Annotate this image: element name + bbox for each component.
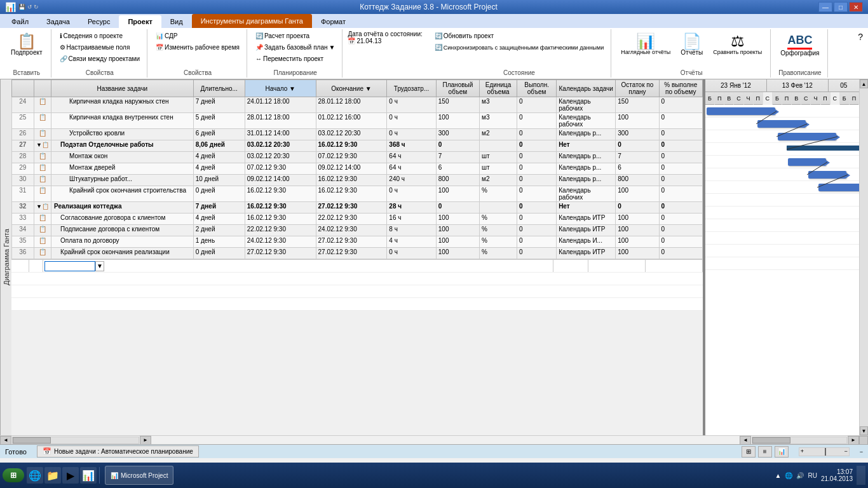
task-name[interactable]: Крайний срок окончания реализации — [51, 248, 194, 259]
task-planvol: 100 — [436, 113, 479, 129]
task-name[interactable]: Подписание договора с клиентом — [51, 225, 194, 236]
task-name[interactable]: Устройство кровли — [51, 129, 194, 140]
scroll-right-table[interactable]: ► — [140, 436, 151, 445]
col-header-work[interactable]: Трудозатр... — [387, 80, 436, 97]
task-name[interactable]: Подэтап Отделочные работы — [51, 140, 194, 152]
task-name[interactable]: Реализация коттеджа — [51, 202, 194, 214]
gantt-bar[interactable] — [778, 133, 836, 140]
view-btn-1[interactable]: ⊞ — [742, 446, 756, 458]
change-working-time-button[interactable]: 📅 Изменить рабочее время — [153, 42, 243, 53]
task-name[interactable]: Монтаж окон — [51, 152, 194, 163]
col-header-cal[interactable]: Календарь задачи — [557, 80, 616, 97]
scroll-left-gantt[interactable]: ◄ — [740, 436, 751, 445]
task-done: 0 — [517, 140, 557, 152]
close-button[interactable]: ✕ — [849, 2, 863, 12]
taskbar-ms-project[interactable]: 📊 Microsoft Project — [105, 466, 173, 485]
col-header-remain[interactable]: Остаток по плану — [616, 80, 659, 97]
gantt-day-S2: С — [763, 92, 773, 105]
new-task-input[interactable] — [44, 261, 95, 271]
sync-button[interactable]: 🔄 Синхронизировать с защищёнными фактиче… — [431, 42, 607, 53]
col-header-planvol[interactable]: Плановый объем — [436, 80, 479, 97]
tab-project[interactable]: Проект — [119, 15, 161, 28]
zoom-percent[interactable]: − — [860, 449, 863, 455]
reports-button[interactable]: 📄 Отчёты — [676, 30, 707, 59]
view-btn-3[interactable]: 📊 — [775, 446, 789, 458]
scroll-left-table[interactable]: ◄ — [0, 436, 11, 445]
scroll-up[interactable]: ▲ — [860, 79, 868, 88]
col-header-name[interactable]: Название задачи — [51, 80, 194, 97]
tab-format[interactable]: Формат — [312, 15, 355, 28]
tab-gantt-tools[interactable]: Инструменты диаграммы Ганта — [192, 14, 312, 28]
explorer-icon[interactable]: 📁 — [44, 467, 61, 484]
dropdown-btn[interactable]: ▼ — [95, 261, 104, 271]
calculate-project-button[interactable]: 🔄 Расчет проекта — [252, 30, 313, 41]
calendar-small-icon: 📅 — [43, 447, 51, 456]
col-header-start[interactable]: Начало ▼ — [245, 80, 316, 97]
quick-access[interactable]: 💾 ↺ ↻ — [18, 4, 39, 10]
task-name[interactable]: Оплата по договору — [51, 236, 194, 248]
zoom-slider[interactable]: − + — [799, 447, 850, 456]
spell-button[interactable]: ABC Орфография — [776, 30, 824, 60]
h-scroll-thumb-gantt[interactable] — [752, 437, 790, 444]
tab-resource[interactable]: Ресурс — [79, 15, 119, 28]
view-btn-2[interactable]: ≡ — [758, 446, 772, 458]
gantt-bar[interactable] — [788, 158, 826, 166]
show-desktop[interactable] — [857, 466, 865, 485]
new-tasks-button[interactable]: 📅 Новые задачи : Автоматическое планиров… — [37, 445, 199, 458]
col-header-num[interactable] — [12, 80, 34, 97]
wbs-button[interactable]: 📊 СДР — [153, 30, 180, 41]
task-name[interactable]: Кирпичная кладка наружных стен — [51, 97, 194, 113]
task-name[interactable]: Кирпичная кладка внутренних стен — [51, 113, 194, 129]
task-name[interactable]: Согласование договора с клиентом — [51, 214, 194, 225]
zoom-minus[interactable]: − — [844, 448, 847, 454]
col-header-pct[interactable]: % выполне по объему — [659, 80, 702, 97]
col-header-done[interactable]: Выполн. объем — [517, 80, 557, 97]
systray-arrow[interactable]: ▲ — [775, 472, 782, 479]
maximize-button[interactable]: □ — [834, 2, 848, 12]
ie-icon[interactable]: 🌐 — [27, 467, 43, 484]
project-links-button[interactable]: 🔗 Связи между проектами — [57, 53, 144, 64]
tab-view[interactable]: Вид — [161, 15, 192, 28]
task-dur: 5 дней — [193, 113, 245, 129]
ms-icon[interactable]: 📊 — [80, 467, 97, 484]
win-clock[interactable]: 13:07 21.04.2013 — [821, 468, 853, 482]
col-header-dur[interactable]: Длительно... — [193, 80, 245, 97]
update-project-button[interactable]: 🔄 Обновить проект — [431, 30, 497, 41]
h-scroll-thumb-table[interactable] — [13, 437, 51, 444]
project-info-button[interactable]: ℹ Сведения о проекте — [57, 30, 126, 41]
gantt-bar[interactable] — [707, 107, 775, 115]
set-baseline-button[interactable]: 📌 Задать базовый план ▼ — [252, 42, 338, 53]
scroll-down[interactable]: ▼ — [860, 426, 868, 435]
gantt-bar[interactable] — [808, 171, 846, 179]
custom-fields-button[interactable]: ⚙ Настраиваемые поля — [57, 42, 133, 53]
scroll-right-gantt[interactable]: ► — [848, 436, 859, 445]
update-icon: 🔄 — [435, 32, 442, 39]
task-pct: 0 — [659, 152, 702, 163]
schedule-group-label: Планирование — [274, 69, 317, 76]
task-cal: Календарь ИТР — [557, 214, 616, 225]
col-header-end[interactable]: Окончание ▼ — [316, 80, 387, 97]
task-name[interactable]: Монтаж дверей — [51, 163, 194, 175]
tab-task[interactable]: Задача — [37, 15, 79, 28]
move-project-button[interactable]: ↔ Переместить проект — [252, 53, 327, 64]
task-remain: 800 — [616, 175, 659, 186]
gantt-bar[interactable] — [757, 120, 806, 128]
media-icon[interactable]: ▶ — [62, 467, 79, 484]
gantt-summary-bar[interactable] — [787, 146, 859, 151]
task-name[interactable]: Штукатурные работ... — [51, 175, 194, 186]
gantt-bar[interactable] — [818, 184, 859, 191]
tab-file[interactable]: Файл — [3, 15, 37, 28]
help-button[interactable]: ? — [858, 32, 863, 42]
zoom-plus[interactable]: + — [801, 448, 804, 454]
start-button[interactable]: ⊞ — [3, 468, 24, 482]
subproject-button[interactable]: 📋 Подпроект — [6, 30, 47, 59]
compare-projects-button[interactable]: ⚖ Сравнить проекты — [709, 30, 766, 58]
vertical-scrollbar[interactable]: ▲ ▼ — [859, 79, 868, 435]
col-header-unit[interactable]: Единица объема — [480, 80, 517, 97]
windows-icon: ⊞ — [10, 471, 17, 480]
task-name[interactable]: Крайний срок окончания строительства — [51, 186, 194, 202]
empty-row-2 — [11, 273, 703, 285]
visual-reports-button[interactable]: 📊 Наглядные отчёты — [616, 30, 675, 58]
row-icon: 📋 — [34, 113, 51, 129]
minimize-button[interactable]: — — [818, 2, 832, 12]
